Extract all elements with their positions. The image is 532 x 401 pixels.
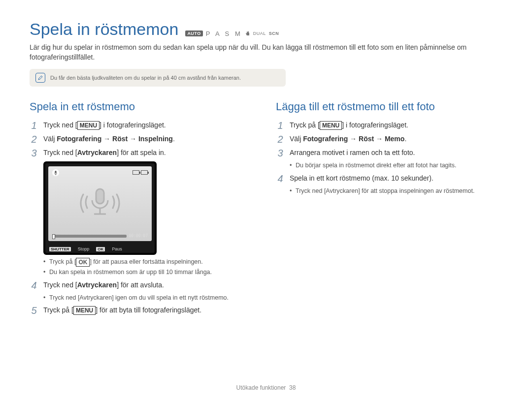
step-body: Tryck på [MENU] för att byta till fotogr… — [43, 305, 256, 315]
text: Tryck på [ — [290, 121, 320, 129]
note-text: Du får den bästa ljudkvaliteten om du sp… — [50, 75, 241, 81]
text: Tryck ned [ — [43, 281, 77, 289]
right-column: Lägga till ett röstmemo till ett foto 1 … — [276, 100, 502, 319]
left-step-5: 5 Tryck på [MENU] för att byta till foto… — [30, 305, 256, 316]
hand-icon — [245, 31, 250, 36]
left-step-2: 2 Välj Fotografering → Röst → Inspelning… — [30, 134, 256, 145]
text: ] för att byta till fotograferingsläget. — [96, 306, 201, 314]
right-step3-bullets: Du börjar spela in röstmemot direkt efte… — [290, 161, 502, 170]
shutter-label-badge: SHUTTER — [49, 247, 71, 251]
text: ] för att spela in. — [117, 149, 166, 156]
arrow: → — [101, 135, 112, 143]
arrow: → — [128, 135, 138, 143]
left-step-4: 4 Tryck ned [Avtryckaren] för att avslut… — [30, 280, 256, 291]
step-number: 5 — [30, 305, 38, 316]
left-step3-bullets: Tryck på [OK] för att pausa eller fortsä… — [43, 258, 256, 277]
menu-button-label: MENU — [320, 121, 342, 130]
step-number: 4 — [30, 280, 38, 291]
columns: Spela in ett röstmemo 1 Tryck ned [MENU]… — [30, 100, 502, 319]
step-body: Spela in ett kort röstmemo (max. 10 seku… — [290, 173, 502, 184]
screen-footer: SHUTTER Stopp OK Paus — [49, 247, 151, 251]
text: ] för att stoppa inspelningen av röstmem… — [358, 187, 474, 194]
text: Inspelning — [138, 135, 173, 143]
mode-scn: SCN — [269, 31, 279, 36]
page-title: Spela in röstmemon — [30, 20, 178, 39]
step-number: 2 — [30, 134, 38, 145]
text: Fotografering — [57, 135, 101, 143]
mic-indicator-icon — [52, 169, 59, 176]
text: Tryck på [ — [43, 306, 73, 314]
step-body: Välj Fotografering → Röst → Inspelning. — [43, 134, 256, 144]
manual-page: Spela in röstmemon AUTO P A S M DUAL SCN… — [0, 0, 532, 401]
text: ] för att avsluta. — [117, 281, 164, 289]
text: ] i fotograferingsläget. — [100, 121, 166, 129]
right-step-1: 1 Tryck på [MENU] i fotograferingsläget. — [276, 120, 502, 131]
text: ] igen om du vill spela in ett nytt röst… — [112, 294, 229, 301]
ok-button-label: OK — [76, 258, 90, 267]
text: Tryck ned [ — [49, 294, 79, 301]
text: Röst — [112, 135, 128, 143]
text: ] i fotograferingsläget. — [342, 121, 408, 129]
bullet: Du kan spela in röstmemon som är upp til… — [43, 268, 256, 277]
right-step4-bullets: Tryck ned [Avtryckaren] för att stoppa i… — [290, 187, 502, 196]
text: Avtryckaren — [79, 294, 112, 301]
footer-page-number: 38 — [289, 384, 296, 391]
text: Memo — [385, 135, 404, 143]
menu-button-label: MENU — [77, 121, 100, 130]
left-step-1: 1 Tryck ned [MENU] i fotograferingsläget… — [30, 120, 256, 131]
step-number: 1 — [30, 120, 38, 131]
step-body: Välj Fotografering → Röst → Memo. — [290, 134, 502, 144]
title-row: Spela in röstmemon AUTO P A S M DUAL SCN — [30, 20, 502, 39]
mode-dual: DUAL — [253, 31, 266, 36]
microphone-icon — [70, 182, 130, 226]
intro-text: Lär dig hur du spelar in röstmemon som d… — [30, 43, 502, 62]
text: Avtryckaren — [77, 149, 117, 156]
footer-section-name: Utökade funktioner — [236, 384, 286, 391]
text: ] för att pausa eller fortsätta inspelni… — [90, 258, 202, 265]
text: . — [404, 135, 406, 143]
battery-icon — [133, 170, 148, 175]
bullet: Tryck ned [Avtryckaren] igen om du vill … — [43, 294, 256, 303]
arrow: → — [348, 135, 359, 143]
ok-action: Paus — [112, 247, 122, 251]
step-number: 2 — [276, 134, 285, 145]
step-body: Tryck ned [Avtryckaren] för att avsluta. — [43, 280, 256, 290]
text: Välj — [43, 135, 57, 143]
left-step-3: 3 Tryck ned [Avtryckaren] för att spela … — [30, 148, 256, 158]
right-step-3: 3 Arrangera motivet i ramen och ta ett f… — [276, 148, 502, 158]
text: Avtryckaren — [326, 187, 358, 194]
step-number: 4 — [276, 173, 285, 184]
text: Avtryckaren — [77, 281, 117, 289]
text: Fotografering — [303, 135, 348, 143]
text: Tryck på [ — [49, 258, 76, 265]
step-body: Tryck på [MENU] i fotograferingsläget. — [290, 120, 502, 130]
svg-rect-1 — [96, 189, 104, 204]
mode-badges: AUTO P A S M DUAL SCN — [185, 30, 279, 37]
step-body: Arrangera motivet i ramen och ta ett fot… — [290, 148, 502, 158]
text: . — [173, 135, 175, 143]
note-icon — [35, 73, 45, 83]
right-step-2: 2 Välj Fotografering → Röst → Memo. — [276, 134, 502, 145]
svg-rect-0 — [55, 171, 56, 173]
bullet: Tryck på [OK] för att pausa eller fortsä… — [43, 258, 256, 267]
arrow: → — [374, 135, 385, 143]
note-box: Du får den bästa ljudkvaliteten om du sp… — [30, 69, 286, 87]
elapsed-time: 00:00:07 — [129, 234, 148, 238]
progress-bar: 00:00:07 — [52, 234, 148, 238]
right-heading: Lägga till ett röstmemo till ett foto — [276, 100, 502, 113]
text: Tryck ned [ — [296, 187, 326, 194]
menu-button-label: MENU — [73, 306, 96, 315]
text: Röst — [359, 135, 374, 143]
step-body: Tryck ned [Avtryckaren] för att spela in… — [43, 148, 256, 158]
step-body: Tryck ned [MENU] i fotograferingsläget. — [43, 120, 256, 130]
shutter-action: Stopp — [78, 247, 90, 251]
bullet: Du börjar spela in röstmemot direkt efte… — [290, 161, 502, 170]
left-heading: Spela in ett röstmemo — [30, 100, 256, 113]
screen-inner: 00:00:07 — [48, 166, 152, 241]
step-number: 3 — [276, 148, 285, 158]
text: Välj — [290, 135, 303, 143]
right-step-4: 4 Spela in ett kort röstmemo (max. 10 se… — [276, 173, 502, 184]
camera-screen-figure: 00:00:07 SHUTTER Stopp OK Paus — [43, 161, 157, 255]
page-footer: Utökade funktioner 38 — [0, 384, 532, 391]
left-column: Spela in ett röstmemo 1 Tryck ned [MENU]… — [30, 100, 256, 319]
